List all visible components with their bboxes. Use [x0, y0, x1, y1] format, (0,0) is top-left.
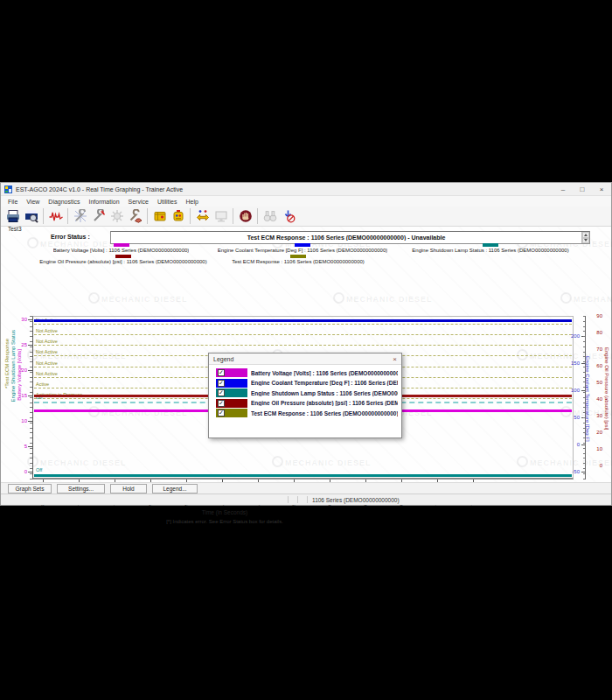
settings-disabled-icon[interactable]	[108, 207, 126, 225]
content-area: MECHANIC DIESELMECHANIC DIESELMECHANIC D…	[1, 227, 611, 482]
coolant-axis-tick-label: 150	[565, 360, 580, 366]
compare-arrows-icon[interactable]	[193, 207, 212, 225]
realtime-graph-icon[interactable]	[46, 207, 65, 225]
series-legend-label: Engine Coolant Temperature [Deg F] : 110…	[218, 248, 388, 253]
up-arrow-icon	[584, 234, 588, 236]
window-controls: – □ ×	[553, 183, 611, 195]
ecu-monitor-icon[interactable]	[169, 207, 187, 225]
test-tab-label: Test3	[8, 226, 22, 232]
error-status-spinner	[581, 232, 589, 243]
oil-axis-tick-label: 50	[592, 380, 602, 385]
window-titlebar[interactable]: EST-AGCO 2024C v1.0 - Real Time Graphing…	[1, 183, 611, 196]
legend-row-swatch: ✓	[216, 379, 247, 388]
toolbar-separator	[147, 208, 148, 224]
service-grid-icon[interactable]	[71, 207, 89, 225]
legend----button[interactable]: Legend...	[152, 484, 198, 494]
screen-disabled-icon[interactable]	[212, 207, 230, 225]
ecm-state-label: Not Active	[36, 339, 58, 344]
menu-item-view[interactable]: View	[22, 199, 44, 205]
legend-row-swatch: ✓	[216, 368, 247, 377]
legend-dialog-row[interactable]: ✓Engine Shutdown Lamp Status : 1106 Seri…	[216, 388, 398, 397]
legend-row-label: Engine Coolant Temperature [Deg F] : 110…	[251, 380, 398, 386]
service-alert-icon[interactable]	[89, 207, 108, 225]
hand-tool-icon[interactable]	[126, 207, 144, 225]
statusbar-text: 1106 Series (DEMO00000000000)	[312, 497, 400, 503]
legend-dialog-title: Legend	[209, 356, 388, 362]
watermark: MECHANIC DIESEL	[333, 292, 433, 304]
ecm-state-gridline	[34, 345, 572, 346]
series-line-engine-coolant-temperature	[34, 319, 572, 322]
oil-axis-tick-label: 0	[592, 463, 602, 468]
series-color-swatch	[115, 255, 131, 258]
error-status-label: Error Status :	[51, 234, 90, 240]
legend-row-swatch: ✓	[216, 399, 247, 408]
legend-dialog-titlebar[interactable]: Legend ×	[209, 354, 401, 365]
ecm-state-label: Not Active	[36, 371, 58, 376]
app-icon	[4, 186, 12, 193]
menu-item-diagnostics[interactable]: Diagnostics	[44, 199, 84, 205]
series-legend-item: Test ECM Response : 1106 Series (DEMO000…	[211, 255, 386, 264]
watermark: MECHANIC DIESEL	[560, 292, 612, 304]
legend-row-checkbox[interactable]: ✓	[218, 410, 225, 416]
legend-row-checkbox[interactable]: ✓	[218, 380, 225, 387]
lamp-off-label: Off	[36, 467, 42, 472]
graph-sets-button[interactable]: Graph Sets	[8, 484, 52, 494]
series-legend-item: Engine Oil Pressure (absolute) [psi] : 1…	[10, 255, 237, 264]
error-status-box[interactable]: Test ECM Response : 1106 Series (DEMO000…	[110, 231, 590, 244]
menu-item-service[interactable]: Service	[124, 199, 153, 205]
oil-axis-tick-label: 30	[592, 413, 602, 418]
legend-dialog-row[interactable]: ✓Battery Voltage [Volts] : 1106 Series (…	[216, 368, 398, 377]
stop-hand-icon[interactable]	[236, 207, 254, 225]
settings----button[interactable]: Settings...	[57, 484, 105, 494]
oil-axis-tick-label: 80	[592, 330, 602, 335]
legend-row-swatch: ✓	[216, 409, 247, 417]
footer-button-bar: Graph SetsSettings...HoldLegend...	[1, 482, 611, 494]
coolant-axis-tick-label: 100	[565, 388, 580, 393]
ecm-state-gridline	[34, 324, 572, 325]
print-icon[interactable]	[3, 207, 22, 225]
legend-dialog-close-button[interactable]: ×	[388, 355, 401, 363]
legend-row-checkbox[interactable]: ✓	[218, 389, 225, 396]
series-color-swatch	[483, 243, 498, 247]
search-disabled-icon[interactable]	[261, 207, 279, 225]
window-title: EST-AGCO 2024C v1.0 - Real Time Graphing…	[16, 186, 183, 192]
toolbar-separator	[43, 208, 44, 224]
series-color-swatch	[114, 243, 129, 247]
hold-button[interactable]: Hold	[110, 484, 147, 494]
menu-item-file[interactable]: File	[3, 199, 22, 205]
oil-axis-tick-label: 10	[592, 446, 602, 452]
watermark: MECHANIC DIESEL	[88, 292, 188, 304]
toolbar	[1, 206, 611, 227]
ecm-state-label: Active	[36, 382, 49, 387]
close-button[interactable]: ×	[592, 183, 611, 195]
ecm-state-label: Not Active	[36, 349, 58, 354]
legend-dialog-row[interactable]: ✓Engine Oil Pressure (absolute) [psi] : …	[216, 399, 398, 408]
coolant-axis-tick-label: 50	[565, 415, 580, 420]
toolbar-separator	[67, 208, 68, 224]
maximize-button[interactable]: □	[573, 183, 592, 195]
disconnect-icon[interactable]	[279, 207, 297, 225]
series-color-swatch	[290, 255, 306, 258]
print-preview-icon[interactable]	[22, 207, 40, 225]
battery-axis-tick-label: 30	[17, 317, 27, 322]
coolant-axis-tick-label: -50	[565, 469, 580, 474]
x-axis-title: Time (in Seconds)	[32, 509, 417, 515]
coolant-axis-tick-label: 200	[565, 333, 580, 339]
coolant-axis-tick-label: 0	[565, 442, 580, 447]
ecm-axis-title: *Test ECM Response	[4, 339, 10, 388]
legend-dialog-row[interactable]: ✓Test ECM Response : 1106 Series (DEMO00…	[216, 409, 398, 417]
toolbar-separator	[190, 208, 191, 224]
menu-item-help[interactable]: Help	[181, 199, 202, 205]
minimize-button[interactable]: –	[553, 183, 573, 195]
legend-dialog-row[interactable]: ✓Engine Coolant Temperature [Deg F] : 11…	[216, 379, 398, 388]
legend-row-label: Engine Oil Pressure (absolute) [psi] : 1…	[251, 400, 398, 406]
legend-row-checkbox[interactable]: ✓	[218, 400, 225, 407]
parameters-book-icon[interactable]	[150, 207, 169, 225]
statusbar-divider	[307, 496, 308, 503]
battery-axis-tick-label: 10	[17, 418, 27, 424]
statusbar-divider	[297, 496, 298, 503]
menu-item-utilities[interactable]: Utilities	[153, 199, 182, 205]
series-line-engine-shutdown-lamp	[34, 474, 572, 477]
menu-item-information[interactable]: Information	[85, 199, 124, 205]
legend-row-checkbox[interactable]: ✓	[218, 369, 225, 376]
